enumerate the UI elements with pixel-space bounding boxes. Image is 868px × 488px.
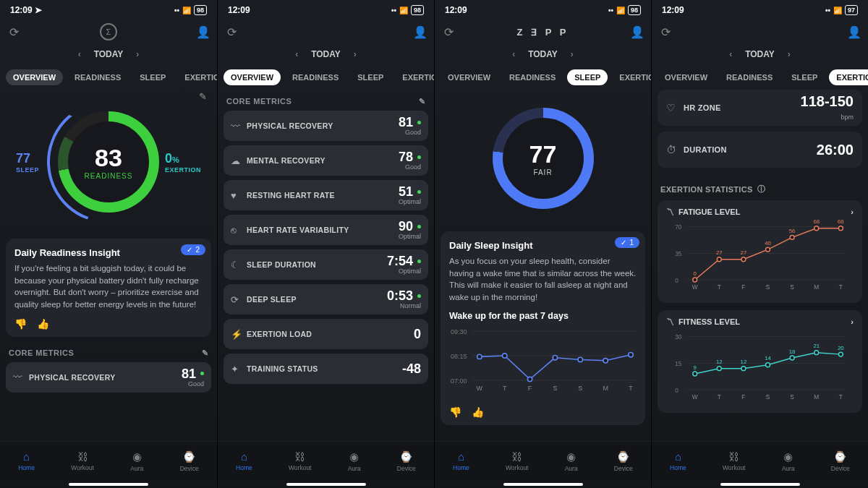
thumbs-down-icon[interactable]: 👎 <box>449 406 461 418</box>
metric-icon: ♥ <box>231 190 247 201</box>
insight-body: If you're feeling a bit sluggish today, … <box>14 262 203 311</box>
tab-exertion[interactable]: EXERTION <box>177 69 217 85</box>
logo-text: Z Ǝ P P <box>517 27 569 38</box>
profile-icon[interactable]: 👤 <box>848 25 861 38</box>
thumbs-down-icon[interactable]: 👎 <box>14 318 27 330</box>
edit-icon[interactable]: ✎ <box>202 348 209 358</box>
svg-point-57 <box>790 356 794 360</box>
svg-text:21: 21 <box>813 343 820 349</box>
screen-overview: 12:09 ➤ ••📶98 ⟳ Σ 👤 ‹ TODAY › OVERVIEW R… <box>0 0 217 488</box>
thumbs-up-icon[interactable]: 👍 <box>37 318 49 330</box>
svg-text:T: T <box>718 394 721 401</box>
tab-aura[interactable]: ◉Aura <box>130 450 143 472</box>
tab-readiness[interactable]: READINESS <box>719 69 780 85</box>
refresh-icon[interactable]: ⟳ <box>442 25 455 38</box>
tab-sleep[interactable]: SLEEP <box>350 69 391 85</box>
svg-text:T: T <box>629 385 633 392</box>
duration-card[interactable]: ⏱ DURATION 26:00 <box>658 132 862 168</box>
logo-icon: Σ <box>100 23 117 40</box>
tab-device[interactable]: ⌚Device <box>180 450 199 472</box>
svg-point-31 <box>814 226 819 231</box>
segment-tabs: OVERVIEW READINESS SLEEP EXERTION <box>0 65 217 90</box>
tab-sleep[interactable]: SLEEP <box>567 69 608 85</box>
svg-text:70: 70 <box>675 224 682 231</box>
home-indicator <box>69 483 148 486</box>
exertion-score[interactable]: 0% EXERTION <box>165 151 201 174</box>
edit-icon[interactable]: ✎ <box>419 97 426 106</box>
tab-workout[interactable]: ⛓Workout <box>289 450 312 471</box>
readiness-ring[interactable]: 83 READINESS <box>58 111 159 213</box>
metric-physical-recovery[interactable]: 〰 PHYSICAL RECOVERY 81Good <box>6 362 211 393</box>
chevron-right-icon: › <box>851 207 854 216</box>
tab-home[interactable]: ⌂Home <box>18 450 35 471</box>
tab-overview[interactable]: OVERVIEW <box>6 69 63 85</box>
fatigue-card[interactable]: 〽FATIGUE LEVEL› 70350 0272740566868WTFSS… <box>658 200 862 303</box>
insight-badge: ✓ 2 <box>181 244 205 255</box>
refresh-icon[interactable]: ⟳ <box>225 25 238 38</box>
info-icon[interactable]: ⓘ <box>757 184 765 194</box>
chevron-left-icon[interactable]: ‹ <box>78 49 81 59</box>
tab-readiness[interactable]: READINESS <box>502 69 563 85</box>
svg-point-11 <box>603 358 608 362</box>
hr-zone-card[interactable]: ♡ HR ZONE 118-150bpm <box>658 90 862 126</box>
tab-device[interactable]: ⌚Device <box>397 450 416 472</box>
sleep-score[interactable]: 77SLEEP <box>16 151 39 174</box>
tab-overview[interactable]: OVERVIEW <box>441 69 498 85</box>
aura-icon: ◉ <box>132 450 142 463</box>
svg-text:S: S <box>553 385 557 392</box>
refresh-icon[interactable]: ⟳ <box>659 25 672 38</box>
thumbs-up-icon[interactable]: 👍 <box>472 406 484 418</box>
svg-text:0: 0 <box>675 278 678 284</box>
metric-row[interactable]: ⎋ HEART RATE VARIABILITY 90Optimal <box>224 215 428 245</box>
svg-text:M: M <box>814 394 819 401</box>
tab-sleep[interactable]: SLEEP <box>784 69 825 85</box>
sleep-insight-card[interactable]: ✓ 1 Daily Sleep Insight As you focus on … <box>441 231 645 425</box>
tab-aura[interactable]: ◉Aura <box>348 450 361 472</box>
activity-icon: 〰 <box>13 372 29 382</box>
profile-icon[interactable]: 👤 <box>631 25 644 38</box>
tab-workout[interactable]: ⛓Workout <box>71 450 94 471</box>
svg-text:12: 12 <box>716 359 723 365</box>
tab-overview[interactable]: OVERVIEW <box>658 69 715 85</box>
tab-readiness[interactable]: READINESS <box>285 69 346 85</box>
tab-readiness[interactable]: READINESS <box>67 69 128 85</box>
tab-exertion[interactable]: EXERTION <box>612 69 651 85</box>
fatigue-icon: 〽 <box>666 207 674 216</box>
svg-point-10 <box>578 357 582 361</box>
tab-overview[interactable]: OVERVIEW <box>224 69 281 85</box>
device-icon: ⌚ <box>182 450 196 463</box>
heart-icon: ♡ <box>666 102 684 114</box>
tab-sleep[interactable]: SLEEP <box>132 69 173 85</box>
profile-icon[interactable]: 👤 <box>414 25 427 38</box>
metric-row[interactable]: 〰 PHYSICAL RECOVERY 81Good <box>224 111 428 141</box>
metric-row[interactable]: ☾ SLEEP DURATION 7:54Optimal <box>224 249 428 280</box>
metric-icon: ☾ <box>231 260 247 270</box>
fatigue-chart: 70350 0272740566868WTFSSMT <box>666 216 854 296</box>
fitness-card[interactable]: 〽FITNESS LEVEL› 30150 9121214182120WTFSS… <box>658 310 862 413</box>
core-metrics-header: CORE METRICS✎ <box>6 341 211 362</box>
svg-point-30 <box>790 235 794 239</box>
screen-exertion: 12:09••📶97 ⟳ 👤 ‹TODAY› OVERVIEW READINES… <box>651 0 868 488</box>
refresh-icon[interactable]: ⟳ <box>7 25 20 38</box>
metric-row[interactable]: ✦ TRAINING STATUS -48 <box>224 354 428 384</box>
fitness-chart: 30150 9121214182120WTFSSMT <box>666 326 854 406</box>
tab-exertion[interactable]: EXERTION <box>395 69 434 85</box>
tab-home[interactable]: ⌂Home <box>236 450 252 471</box>
readiness-insight-card[interactable]: ✓ 2 Daily Readiness Insight If you're fe… <box>6 239 211 337</box>
tab-exertion[interactable]: EXERTION <box>829 69 868 85</box>
svg-point-56 <box>766 363 770 367</box>
screen-sleep: 12:09••📶98 ⟳ Z Ǝ P P 👤 ‹TODAY› OVERVIEW … <box>434 0 651 488</box>
metric-row[interactable]: ⚡ EXERTION LOAD 0 <box>224 319 428 349</box>
date-nav[interactable]: ‹ TODAY › <box>0 43 217 65</box>
chevron-right-icon[interactable]: › <box>136 49 139 59</box>
metric-icon: ⚡ <box>231 329 247 340</box>
metric-row[interactable]: ⟳ DEEP SLEEP 0:53Normal <box>224 284 428 314</box>
segment-tabs: OVERVIEW READINESS SLEEP EXERTION <box>218 65 434 90</box>
metric-row[interactable]: ♥ RESTING HEART RATE 51Optimal <box>224 180 428 210</box>
svg-text:T: T <box>718 284 721 291</box>
edit-icon[interactable]: ✎ <box>199 91 207 102</box>
svg-point-7 <box>503 354 507 358</box>
profile-icon[interactable]: 👤 <box>197 25 210 38</box>
metric-row[interactable]: ☁ MENTAL RECOVERY 78Good <box>224 145 428 176</box>
sleep-ring[interactable]: 77 FAIR <box>493 108 594 209</box>
